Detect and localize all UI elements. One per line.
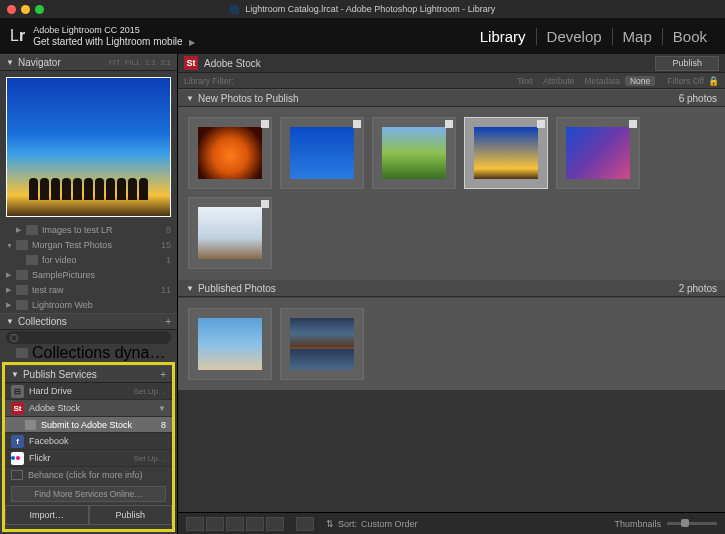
navigator-preview[interactable] — [6, 77, 171, 216]
app-version-label: Adobe Lightroom CC 2015 — [33, 25, 195, 36]
thumbnail[interactable] — [188, 117, 272, 189]
module-develop[interactable]: Develop — [536, 28, 612, 45]
chevron-down-icon: ▼ — [186, 94, 194, 103]
thumbnail[interactable] — [188, 308, 272, 380]
publish-service-harddrive[interactable]: ⊟ Hard Drive Set Up… — [5, 383, 172, 400]
publish-now-button[interactable]: Publish — [655, 56, 719, 71]
flag-icon — [353, 120, 361, 128]
thumbnail[interactable] — [188, 197, 272, 269]
grid-toolbar: ⇅ Sort: Custom Order Thumbnails — [178, 512, 725, 534]
thumbnail[interactable] — [280, 117, 364, 189]
chevron-down-icon: ▼ — [6, 317, 14, 326]
flag-icon — [629, 120, 637, 128]
filter-tab-attribute[interactable]: Attribute — [538, 76, 580, 86]
folder-icon — [16, 270, 28, 280]
flag-icon — [537, 120, 545, 128]
thumbnail[interactable] — [556, 117, 640, 189]
module-book[interactable]: Book — [662, 28, 717, 45]
section-published-photos[interactable]: ▼ Published Photos 2 photos — [178, 279, 725, 297]
module-library[interactable]: Library — [470, 28, 536, 45]
thumbnail-selected[interactable] — [464, 117, 548, 189]
adobe-stock-icon: St — [11, 402, 24, 415]
library-filter-bar: Library Filter: Text Attribute Metadata … — [178, 73, 725, 89]
folder-icon — [16, 300, 28, 310]
identity-plate: Lr Adobe Lightroom CC 2015 Get started w… — [0, 18, 725, 54]
lightroom-logo: Lr — [10, 27, 25, 45]
folder-row[interactable]: for video1 — [0, 253, 177, 268]
folder-row[interactable]: ▼Morgan Test Photos15 — [0, 238, 177, 253]
collections-header[interactable]: ▼ Collections + — [0, 313, 177, 330]
publish-button[interactable]: Publish — [89, 505, 173, 525]
publish-service-adobe-stock[interactable]: St Adobe Stock ▼ — [5, 400, 172, 417]
mobile-link[interactable]: Get started with Lightroom mobile▶ — [33, 36, 195, 47]
view-grid-button[interactable] — [186, 517, 204, 531]
folder-icon — [16, 240, 28, 250]
left-panel: ▼ Navigator FIT FILL 1:1 3:1 ▶Images to … — [0, 54, 178, 534]
close-window-button[interactable] — [7, 5, 16, 14]
navigator-title: Navigator — [18, 57, 61, 68]
import-button[interactable]: Import… — [5, 505, 89, 525]
sort-direction-icon[interactable]: ⇅ — [326, 519, 334, 529]
folder-row[interactable]: ▶test raw11 — [0, 283, 177, 298]
view-people-button[interactable] — [266, 517, 284, 531]
collection-row[interactable]: Collections dynami… — [0, 345, 177, 360]
filter-tab-none[interactable]: None — [625, 76, 655, 86]
publish-services-header[interactable]: ▼ Publish Services + — [5, 365, 172, 383]
folder-row[interactable]: ▶SamplePictures — [0, 268, 177, 283]
view-survey-button[interactable] — [246, 517, 264, 531]
publish-collection-submit-adobe-stock[interactable]: Submit to Adobe Stock 8 — [5, 417, 172, 433]
nav-mode-3to1[interactable]: 3:1 — [160, 58, 171, 67]
filter-tab-text[interactable]: Text — [512, 76, 538, 86]
published-photos-grid — [178, 297, 725, 390]
nav-mode-fill[interactable]: FILL — [125, 58, 141, 67]
collection-search-input[interactable] — [6, 331, 171, 344]
collections-title: Collections — [18, 316, 67, 327]
filter-label: Library Filter: — [184, 76, 234, 86]
minimize-window-button[interactable] — [21, 5, 30, 14]
chevron-down-icon: ▼ — [158, 404, 166, 413]
flickr-icon — [11, 452, 24, 465]
add-collection-button[interactable]: + — [165, 316, 171, 327]
zoom-window-button[interactable] — [35, 5, 44, 14]
filter-tab-metadata[interactable]: Metadata — [580, 76, 625, 86]
content-area: St Adobe Stock Publish Library Filter: T… — [178, 54, 725, 534]
sort-label: Sort: — [338, 519, 357, 529]
publish-service-facebook[interactable]: f Facebook — [5, 433, 172, 450]
folders-list: ▶Images to test LR8 ▼Morgan Test Photos1… — [0, 223, 177, 313]
window-title: Lightroom Catalog.lrcat - Adobe Photosho… — [0, 4, 725, 14]
add-publish-service-button[interactable]: + — [160, 369, 166, 380]
section-new-photos[interactable]: ▼ New Photos to Publish 6 photos — [178, 89, 725, 107]
publish-services-highlight: ▼ Publish Services + ⊟ Hard Drive Set Up… — [2, 362, 175, 532]
behance-link[interactable]: Behance (click for more info) — [5, 467, 172, 483]
facebook-icon: f — [11, 435, 24, 448]
module-map[interactable]: Map — [612, 28, 662, 45]
thumbnail-size-slider[interactable] — [667, 522, 717, 525]
nav-mode-fit[interactable]: FIT — [109, 58, 121, 67]
filters-off-label[interactable]: Filters Off — [667, 76, 704, 86]
flag-icon — [261, 120, 269, 128]
view-compare-button[interactable] — [226, 517, 244, 531]
thumbnail[interactable] — [280, 308, 364, 380]
chevron-down-icon: ▼ — [6, 58, 14, 67]
painter-tool-button[interactable] — [296, 517, 314, 531]
section-count: 2 photos — [679, 283, 717, 294]
sort-dropdown[interactable]: Custom Order — [361, 519, 418, 529]
nav-mode-1to1[interactable]: 1:1 — [145, 58, 156, 67]
flag-icon — [445, 120, 453, 128]
thumbnail[interactable] — [372, 117, 456, 189]
find-more-services-button[interactable]: Find More Services Online… — [11, 486, 166, 502]
folder-row[interactable]: ▶Lightroom Web — [0, 298, 177, 313]
publish-services-title: Publish Services — [23, 369, 97, 380]
view-loupe-button[interactable] — [206, 517, 224, 531]
collection-icon — [16, 348, 28, 358]
adobe-stock-icon: St — [184, 56, 198, 70]
lock-icon[interactable]: 🔒 — [708, 76, 719, 86]
folder-row[interactable]: ▶Images to test LR8 — [0, 223, 177, 238]
chevron-down-icon: ▼ — [11, 370, 19, 379]
harddrive-icon: ⊟ — [11, 385, 24, 398]
navigator-header[interactable]: ▼ Navigator FIT FILL 1:1 3:1 — [0, 54, 177, 71]
window-titlebar: Lightroom Catalog.lrcat - Adobe Photosho… — [0, 0, 725, 18]
publish-service-flickr[interactable]: Flickr Set Up… — [5, 450, 172, 467]
chevron-down-icon: ▼ — [186, 284, 194, 293]
collection-icon — [25, 420, 36, 430]
